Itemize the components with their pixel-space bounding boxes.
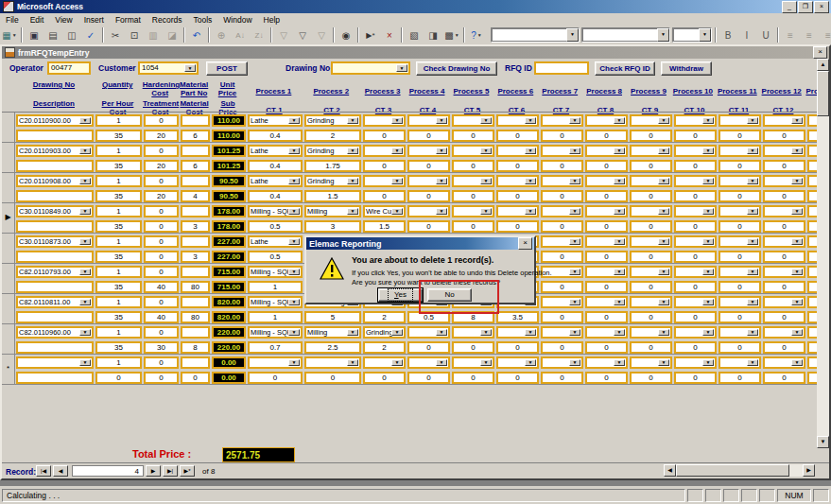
process-combo[interactable]: ▼ [496, 356, 539, 369]
ct-field[interactable]: 0 [718, 372, 761, 384]
description-field[interactable] [16, 190, 94, 202]
menu-tools[interactable]: Tools [187, 15, 217, 25]
ct-field[interactable]: 0 [674, 190, 717, 202]
chevron-down-icon[interactable]: ▼ [288, 148, 300, 154]
process-combo[interactable]: ▼ [363, 114, 406, 127]
chevron-down-icon[interactable]: ▼ [791, 238, 803, 245]
per-hour-cost-field[interactable]: 0 [95, 372, 142, 384]
rfq-id-field[interactable] [534, 61, 589, 75]
insert-hyperlink-button[interactable]: ⊕ [213, 27, 230, 43]
ct-field[interactable]: 0 [541, 251, 583, 263]
chevron-down-icon[interactable]: ▼ [79, 299, 91, 305]
chevron-down-icon[interactable]: ▼ [480, 178, 492, 184]
hardening-cost-field[interactable]: 0 [144, 175, 179, 187]
view-button[interactable]: ▦▼ [1, 27, 18, 43]
per-hour-cost-field[interactable]: 35 [95, 341, 142, 354]
process-combo[interactable]: Milling - SQR▼ [248, 326, 303, 339]
ct-field[interactable]: 5 [304, 311, 361, 323]
process-combo[interactable]: ▼ [452, 145, 494, 157]
chevron-down-icon[interactable]: ▼ [658, 117, 669, 124]
italic-button[interactable]: I [738, 27, 755, 43]
chevron-down-icon[interactable]: ▼ [791, 208, 803, 215]
minimize-button[interactable]: _ [782, 1, 797, 13]
process-combo[interactable]: ▼ [718, 266, 761, 278]
process-combo[interactable]: ▼ [630, 326, 672, 339]
chevron-down-icon[interactable]: ▼ [436, 178, 447, 184]
process-combo[interactable]: Grinding▼ [304, 114, 361, 127]
drawing-no-combo[interactable]: ▼ [331, 61, 410, 75]
chevron-down-icon[interactable]: ▼ [658, 359, 669, 366]
new-record-button[interactable]: ▶* [362, 27, 379, 43]
ct-field[interactable]: 0 [452, 341, 494, 354]
chevron-down-icon[interactable]: ▼ [614, 178, 625, 184]
chevron-down-icon[interactable]: ▼ [702, 208, 714, 215]
chevron-down-icon[interactable]: ▼ [569, 299, 580, 305]
ct-field[interactable]: 0 [541, 130, 583, 142]
ct-field[interactable]: 0 [363, 130, 406, 142]
ct-field[interactable]: 0 [674, 341, 717, 354]
process-combo[interactable]: ▼ [630, 205, 672, 217]
chevron-down-icon[interactable]: ▼ [791, 299, 803, 305]
drawing-no-combo[interactable]: C20.0110900.00▼ [16, 114, 94, 127]
material-part-no-field[interactable] [181, 296, 210, 308]
per-hour-cost-field[interactable]: 35 [95, 311, 142, 323]
chevron-down-icon[interactable]: ▼ [702, 178, 714, 184]
check-drawing-no-button[interactable]: Check Drawing No [416, 61, 497, 76]
process-combo[interactable]: ▼ [496, 145, 539, 157]
chevron-down-icon[interactable]: ▼ [79, 148, 91, 154]
chevron-down-icon[interactable]: ▼ [436, 329, 447, 336]
chevron-down-icon[interactable]: ▼ [747, 178, 758, 184]
check-rfq-id-button[interactable]: Check RFQ ID [595, 61, 655, 76]
material-part-no-field[interactable] [181, 356, 210, 369]
process-combo[interactable]: ▼ [718, 205, 761, 217]
process-combo[interactable]: Milling - SQR▼ [248, 296, 303, 308]
process-combo[interactable]: ▼ [630, 114, 672, 127]
chevron-down-icon[interactable]: ▼ [525, 329, 536, 336]
bold-button[interactable]: B [719, 27, 736, 43]
chevron-down-icon[interactable]: ▼ [614, 329, 625, 336]
treatment-cost-field[interactable]: 30 [144, 341, 179, 354]
chevron-down-icon[interactable]: ▼ [747, 329, 758, 336]
ct-field[interactable]: 0 [718, 311, 761, 323]
process-combo[interactable]: Grinding▼ [304, 175, 361, 187]
chevron-down-icon[interactable]: ▼ [658, 208, 669, 215]
process-combo[interactable]: ▼ [585, 205, 628, 217]
chevron-down-icon[interactable]: ▼ [614, 208, 625, 215]
ct-field[interactable]: 0 [496, 190, 539, 202]
ct-field[interactable]: 0 [407, 160, 450, 172]
per-hour-cost-field[interactable]: 35 [95, 160, 142, 172]
menu-format[interactable]: Format [110, 15, 147, 25]
chevron-down-icon[interactable]: ▼ [791, 359, 803, 366]
quantity-field[interactable]: 1 [95, 205, 142, 217]
process-combo[interactable]: ▼ [585, 114, 628, 127]
material-part-no-field[interactable] [181, 205, 210, 217]
chevron-down-icon[interactable]: ▼ [614, 238, 625, 245]
process-combo[interactable]: ▼ [541, 296, 583, 308]
process-combo[interactable]: ▼ [674, 356, 717, 369]
process-combo[interactable]: ▼ [541, 114, 583, 127]
chevron-down-icon[interactable]: ▼ [658, 178, 669, 184]
quantity-field[interactable]: 1 [95, 296, 142, 308]
chevron-down-icon[interactable]: ▼ [702, 299, 714, 305]
ct-field[interactable]: 0 [630, 220, 672, 233]
chevron-down-icon[interactable]: ▼ [288, 178, 300, 184]
format-painter-button[interactable]: ◪ [164, 27, 181, 43]
chevron-down-icon[interactable]: ▼ [480, 117, 492, 124]
ct-field[interactable]: 2 [363, 341, 406, 354]
ct-field[interactable]: 0 [674, 311, 717, 323]
menu-records[interactable]: Records [147, 15, 188, 25]
process-combo[interactable]: ▼ [718, 296, 761, 308]
chevron-down-icon[interactable]: ▼ [702, 329, 714, 336]
ct-field[interactable]: 0 [452, 160, 494, 172]
process-combo[interactable]: ▼ [674, 296, 717, 308]
process-combo[interactable]: ▼ [541, 175, 583, 187]
chevron-down-icon[interactable]: ▼ [347, 148, 358, 154]
ct-field[interactable]: 0 [585, 341, 628, 354]
chevron-down-icon[interactable]: ▼ [658, 299, 669, 305]
per-hour-cost-field[interactable]: 35 [95, 220, 142, 233]
menu-edit[interactable]: Edit [25, 15, 50, 25]
next-record-button[interactable]: ▶ [146, 465, 161, 477]
chevron-down-icon[interactable]: ▼ [791, 329, 803, 336]
chevron-down-icon[interactable]: ▼ [391, 148, 403, 154]
scroll-left-icon[interactable]: ◀ [664, 464, 676, 477]
